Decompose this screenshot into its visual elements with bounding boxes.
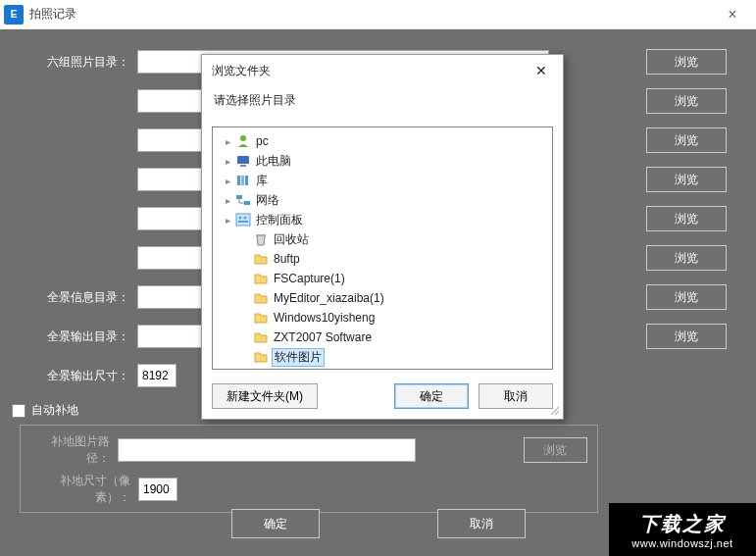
tree-item[interactable]: ▸控制面板 (215, 210, 550, 229)
tree-item[interactable]: Windows10yisheng (215, 308, 550, 328)
svg-point-10 (244, 217, 247, 220)
window-title: 拍照记录 (29, 6, 713, 23)
label-auto-ground: 自动补地 (31, 402, 78, 419)
label-six-group: 六组照片目录： (29, 54, 137, 71)
dialog-title: 浏览文件夹 (212, 63, 529, 79)
svg-rect-4 (241, 176, 244, 185)
tree-label: 8uftp (272, 252, 302, 266)
resize-grip-icon[interactable] (549, 405, 561, 417)
tree-item[interactable]: 回收站 (215, 229, 550, 249)
dialog-button-row: 新建文件夹(M) 确定 取消 (212, 383, 553, 409)
main-ok-button[interactable]: 确定 (231, 509, 320, 538)
app-icon: E (4, 5, 24, 25)
tree-label: 库 (254, 173, 270, 189)
tree-item[interactable]: ▸pc (215, 131, 550, 151)
folder-icon (252, 310, 270, 326)
dialog-instruction: 请选择照片目录 (212, 92, 553, 109)
tree-item[interactable]: ▸此电脑 (215, 151, 550, 171)
net-icon (234, 192, 252, 208)
folder-tree[interactable]: ▸pc▸此电脑▸库▸网络▸控制面板回收站8uftpFSCapture(1)MyE… (212, 126, 553, 370)
svg-rect-11 (238, 221, 248, 223)
browse-button-2[interactable]: 浏览 (646, 88, 727, 114)
expander-icon[interactable]: ▸ (221, 195, 234, 206)
svg-rect-6 (236, 195, 242, 199)
input-ground-size[interactable] (138, 478, 177, 501)
svg-rect-3 (237, 176, 240, 185)
svg-rect-1 (237, 156, 249, 164)
bin-icon (252, 231, 270, 247)
new-folder-button[interactable]: 新建文件夹(M) (212, 383, 318, 409)
pc-icon (234, 153, 252, 169)
tree-item[interactable]: 8uftp (215, 249, 550, 269)
browse-button-3[interactable]: 浏览 (646, 127, 727, 153)
svg-rect-2 (240, 165, 246, 167)
main-cancel-button[interactable]: 取消 (437, 509, 526, 538)
tree-label: MyEditor_xiazaiba(1) (272, 291, 386, 305)
input-ground-path[interactable] (118, 438, 416, 462)
dialog-cancel-button[interactable]: 取消 (479, 383, 553, 409)
browse-button-5[interactable]: 浏览 (646, 206, 727, 231)
browse-button-6[interactable]: 浏览 (646, 245, 727, 271)
svg-point-9 (239, 217, 242, 220)
tree-label: 此电脑 (254, 153, 293, 170)
svg-rect-8 (236, 214, 250, 226)
dialog-close-button[interactable]: ✕ (529, 59, 553, 82)
tree-label: FSCapture(1) (272, 272, 347, 285)
watermark-line1: 下载之家 (639, 511, 726, 537)
browse-button-1[interactable]: 浏览 (646, 49, 727, 75)
expander-icon[interactable]: ▸ (221, 136, 234, 147)
cp-icon (234, 212, 252, 227)
svg-rect-7 (244, 201, 250, 205)
watermark: 下载之家 www.windowszj.net (609, 503, 756, 556)
tree-label: Windows10yisheng (272, 311, 377, 325)
dialog-titlebar: 浏览文件夹 ✕ (202, 55, 563, 86)
browse-button-pano-info[interactable]: 浏览 (646, 284, 727, 310)
label-ground-size: 补地尺寸（像素）： (30, 473, 138, 506)
expander-icon[interactable]: ▸ (221, 156, 234, 167)
watermark-line2: www.windowszj.net (631, 537, 732, 549)
folder-icon (252, 251, 270, 267)
folder-icon (252, 290, 270, 306)
tree-item[interactable]: 软件图片 (215, 347, 550, 367)
folder-icon (252, 349, 270, 365)
label-pano-size: 全景输出尺寸： (29, 368, 137, 384)
tree-label: 回收站 (272, 231, 311, 248)
label-pano-info: 全景信息目录： (29, 289, 137, 306)
svg-rect-5 (245, 176, 248, 185)
browse-button-4[interactable]: 浏览 (646, 167, 727, 192)
expander-icon[interactable]: ▸ (221, 176, 234, 186)
tree-item[interactable]: MyEditor_xiazaiba(1) (215, 288, 550, 308)
label-pano-out: 全景输出目录： (29, 329, 137, 345)
folder-icon (252, 271, 270, 286)
browse-button-ground[interactable]: 浏览 (524, 437, 587, 463)
tree-label: 网络 (254, 192, 281, 209)
tree-label: 控制面板 (254, 212, 305, 228)
group-ground: 补地图片路径： 浏览 补地尺寸（像素）： (20, 425, 598, 513)
checkbox-auto-ground[interactable] (12, 404, 25, 418)
titlebar: E 拍照记录 × (0, 0, 756, 29)
tree-label: ZXT2007 Software (272, 330, 374, 344)
browse-button-pano-out[interactable]: 浏览 (646, 324, 727, 349)
expander-icon[interactable]: ▸ (221, 215, 234, 226)
tree-label: pc (254, 134, 271, 148)
tree-item[interactable]: ▸网络 (215, 190, 550, 210)
input-out-width[interactable] (137, 364, 176, 387)
tree-item[interactable]: ▸库 (215, 171, 550, 190)
label-ground-path: 补地图片路径： (30, 433, 118, 467)
folder-icon (252, 329, 270, 345)
svg-rect-12 (256, 234, 266, 236)
tree-item[interactable]: FSCapture(1) (215, 269, 550, 288)
dialog-ok-button[interactable]: 确定 (394, 383, 469, 409)
tree-label: 软件图片 (272, 348, 325, 367)
tree-item[interactable]: ZXT2007 Software (215, 328, 550, 347)
browse-folder-dialog: 浏览文件夹 ✕ 请选择照片目录 ▸pc▸此电脑▸库▸网络▸控制面板回收站8uft… (201, 54, 564, 420)
user-icon (234, 133, 252, 149)
lib-icon (234, 173, 252, 188)
window-close-button[interactable]: × (713, 1, 752, 28)
svg-point-0 (240, 135, 246, 141)
